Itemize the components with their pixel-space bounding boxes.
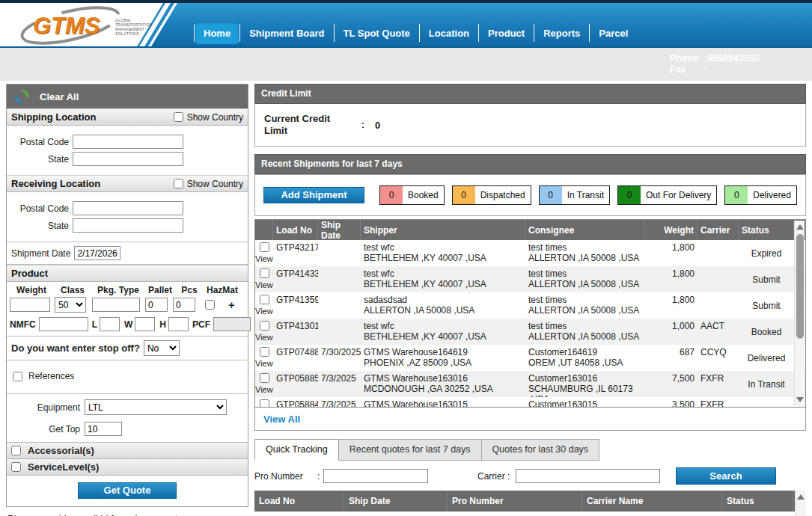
status-label: Dispatched (475, 186, 531, 204)
cell-status: Submit (739, 266, 794, 292)
table-row: ViewGTP058847/3/2025GTMS Warehouse163015… (255, 397, 805, 408)
quote-sidebar: Clear All Shipping Location Show Country… (6, 84, 248, 516)
shipping-postal-input[interactable] (73, 135, 183, 149)
receiving-state-input[interactable] (73, 218, 183, 233)
tracking-col-header-load-no: Load No (254, 491, 344, 512)
cell-carrier (697, 266, 739, 292)
tab-recent-quotes-for-last-7-days[interactable]: Recent quotes for last 7 days (339, 439, 482, 461)
width-input[interactable] (135, 317, 155, 331)
cell-status: Expired (739, 240, 794, 266)
nav-item-home[interactable]: Home (195, 22, 239, 44)
view-link[interactable]: View (255, 280, 273, 289)
scroll-up-arrow-icon[interactable] (796, 224, 804, 230)
status-filter-dispatched[interactable]: 0Dispatched (452, 185, 531, 205)
nav-item-reports[interactable]: Reports (535, 22, 588, 44)
row-select-cell: View (255, 319, 273, 345)
row-checkbox[interactable] (260, 242, 269, 252)
view-all-link[interactable]: View All (263, 414, 300, 425)
cell-load-no: GTP41359 (273, 292, 318, 319)
accessorials-checkbox[interactable] (11, 446, 21, 455)
shipping-state-input[interactable] (73, 152, 183, 166)
col-header-ship-date: Ship Date (318, 220, 361, 240)
table-scrollbar[interactable] (794, 221, 805, 406)
cell-consignee: Customer163015 (525, 397, 645, 408)
add-product-row-button[interactable]: + (228, 298, 235, 311)
status-filter-out-for-delivery[interactable]: 0Out For Delivery (617, 185, 717, 205)
shipments-table-header: Load NoShip DateShipperConsigneeWeightCa… (255, 220, 805, 240)
row-checkbox[interactable] (260, 295, 269, 304)
nav-item-parcel[interactable]: Parcel (590, 22, 636, 44)
search-button[interactable]: Search (676, 467, 776, 485)
pro-number-input[interactable] (323, 469, 428, 483)
table-row: ViewGTP058857/3/2025GTMS Warehouse163016… (255, 371, 805, 397)
cell-status: Submit (739, 292, 794, 319)
nav-item-location[interactable]: Location (421, 22, 477, 44)
view-link[interactable]: View (255, 254, 273, 263)
nmfc-input[interactable] (39, 317, 88, 331)
phone-label: Phone (670, 53, 704, 64)
pkg-type-label: Pkg. Type (92, 285, 144, 295)
carrier-input[interactable] (516, 469, 660, 483)
equipment-label: Equipment (11, 402, 85, 413)
row-checkbox[interactable] (260, 268, 269, 278)
pkg-type-input[interactable] (92, 298, 140, 312)
references-checkbox[interactable] (13, 372, 22, 381)
cell-weight: 1,800 (645, 266, 697, 292)
hazmat-checkbox[interactable] (205, 300, 215, 310)
nav-separator (589, 24, 590, 42)
get-top-input[interactable] (85, 422, 122, 436)
status-count-badge: 0 (725, 186, 748, 204)
view-link[interactable]: View (255, 333, 273, 342)
receiving-postal-label: Postal Code (7, 203, 73, 214)
scroll-up-arrow-icon[interactable] (797, 494, 805, 500)
shipping-show-country-checkbox[interactable] (174, 112, 183, 122)
clear-all-button[interactable]: Clear All (7, 85, 248, 108)
height-input[interactable] (168, 317, 189, 331)
contact-info: Phone:8558843555 Fax: (670, 53, 760, 76)
receiving-show-country-checkbox[interactable] (174, 179, 183, 188)
nav-item-product[interactable]: Product (480, 22, 533, 44)
view-link[interactable]: View (255, 359, 273, 368)
status-filter-booked[interactable]: 0Booked (379, 185, 445, 205)
status-filter-delivered[interactable]: 0Delivered (724, 185, 797, 205)
cell-load-no: GTP05884 (273, 397, 318, 408)
get-quote-button[interactable]: Get Quote (78, 482, 177, 499)
logo-tagline: GLOBAL TRANSPORTATION MANAGEMENT SOLUTIO… (115, 18, 152, 36)
class-select[interactable]: 50 (55, 297, 86, 313)
servicelevels-label: ServiceLevel(s) (28, 461, 99, 473)
col-header-consignee: Consignee (525, 220, 645, 240)
tracking-table-scrollbar[interactable] (795, 491, 806, 516)
servicelevels-section[interactable]: ServiceLevel(s) (7, 459, 248, 476)
weight-input[interactable] (10, 298, 50, 312)
tab-quick-tracking[interactable]: Quick Tracking (254, 439, 339, 461)
nav-item-tl-spot-quote[interactable]: TL Spot Quote (335, 22, 418, 44)
row-checkbox[interactable] (260, 399, 269, 408)
cell-ship-date: 7/3/2025 (318, 371, 361, 397)
scroll-down-arrow-icon[interactable] (796, 397, 804, 402)
height-label: H (159, 319, 166, 330)
row-checkbox[interactable] (260, 347, 269, 357)
accessorials-section[interactable]: Accessorial(s) (7, 443, 248, 459)
servicelevels-checkbox[interactable] (11, 462, 21, 472)
cell-ship-date (318, 240, 361, 266)
row-checkbox[interactable] (260, 373, 269, 383)
status-filter-in-transit[interactable]: 0In Transit (539, 185, 610, 205)
nav-item-shipment-board[interactable]: Shipment Board (241, 22, 332, 44)
equipment-select[interactable]: LTL (85, 399, 227, 415)
scrollbar-thumb[interactable] (796, 234, 804, 339)
view-link[interactable]: View (255, 307, 273, 316)
row-select-cell: View (255, 371, 273, 397)
row-select-cell: View (255, 397, 273, 408)
view-link[interactable]: View (255, 385, 273, 394)
stop-off-select[interactable]: No (144, 340, 180, 356)
tab-quotes-for-last-30-days[interactable]: Quotes for last 30 days (482, 439, 600, 461)
pcf-label: PCF (192, 319, 210, 330)
row-checkbox[interactable] (260, 321, 269, 331)
length-input[interactable] (100, 317, 120, 331)
cell-consignee: test timesALLERTON ,IA 50008 ,USA (525, 319, 645, 345)
pallet-input[interactable] (145, 298, 168, 312)
pcs-input[interactable] (173, 298, 195, 312)
add-shipment-button[interactable]: Add Shipment (263, 187, 364, 203)
shipment-date-input[interactable] (74, 246, 120, 260)
receiving-postal-input[interactable] (73, 201, 183, 215)
